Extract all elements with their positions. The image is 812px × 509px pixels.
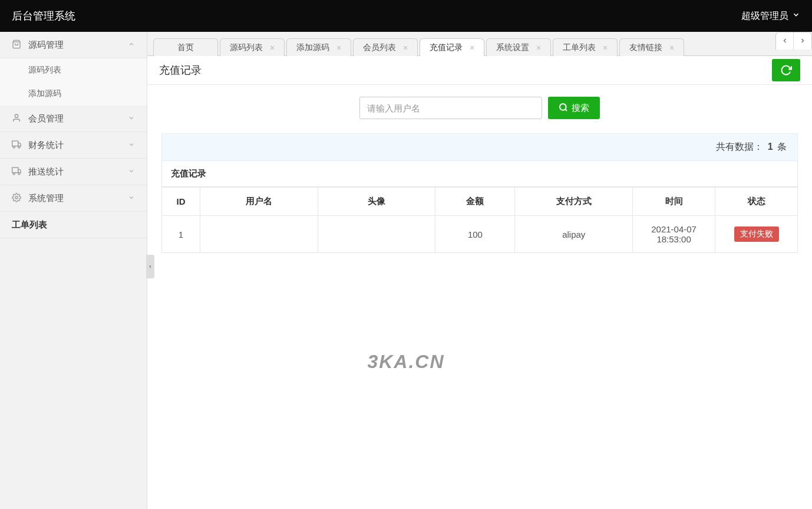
summary-prefix: 共有数据： bbox=[716, 142, 763, 152]
svg-point-10 bbox=[15, 196, 18, 199]
status-badge: 支付失败 bbox=[734, 226, 779, 242]
svg-point-8 bbox=[13, 172, 15, 174]
tabs-nav bbox=[775, 32, 812, 50]
tab-ticket-list[interactable]: 工单列表 × bbox=[553, 38, 618, 56]
close-icon[interactable]: × bbox=[403, 43, 408, 52]
cell-id: 1 bbox=[162, 216, 200, 253]
th-username: 用户名 bbox=[200, 188, 318, 216]
close-icon[interactable]: × bbox=[336, 43, 341, 52]
search-input[interactable] bbox=[359, 97, 542, 119]
content-area: 搜索 共有数据： 1 条 充值记录 ID 用户名 头像 金额 支付方式 时间 状… bbox=[147, 85, 812, 509]
sidebar-collapse-handle[interactable] bbox=[146, 255, 154, 278]
tab-source-list[interactable]: 源码列表 × bbox=[220, 38, 285, 56]
cell-amount: 100 bbox=[435, 216, 515, 253]
user-menu[interactable]: 超级管理员 bbox=[741, 10, 800, 22]
table-header-row: ID 用户名 头像 金额 支付方式 时间 状态 bbox=[162, 188, 798, 216]
sidebar-sub-label: 添加源码 bbox=[28, 88, 61, 99]
th-amount: 金额 bbox=[435, 188, 515, 216]
tab-label: 会员列表 bbox=[363, 42, 396, 53]
sidebar-sub-label: 源码列表 bbox=[28, 65, 61, 75]
tab-home[interactable]: 首页 bbox=[153, 38, 218, 56]
sidebar-item-ticket[interactable]: 工单列表 bbox=[0, 212, 147, 238]
tab-member-list[interactable]: 会员列表 × bbox=[353, 38, 418, 56]
tab-system-settings[interactable]: 系统设置 × bbox=[486, 38, 551, 56]
gear-icon bbox=[12, 193, 22, 204]
main-area: 首页 源码列表 × 添加源码 × 会员列表 × 充值记录 × 系统设置 × 工单… bbox=[147, 32, 812, 509]
close-icon[interactable]: × bbox=[536, 43, 541, 52]
chevron-up-icon bbox=[128, 41, 135, 50]
th-time: 时间 bbox=[633, 188, 715, 216]
svg-rect-2 bbox=[12, 141, 18, 146]
sidebar-sub-add-source[interactable]: 添加源码 bbox=[0, 82, 147, 106]
chevron-down-icon bbox=[792, 11, 800, 21]
data-table: ID 用户名 头像 金额 支付方式 时间 状态 1 100 alipay 202… bbox=[161, 187, 798, 253]
tabs-scroll-right-button[interactable] bbox=[794, 32, 811, 50]
sidebar-item-finance[interactable]: 财务统计 bbox=[0, 132, 147, 159]
cell-time: 2021-04-07 18:53:00 bbox=[633, 216, 715, 253]
tab-friend-links[interactable]: 友情链接 × bbox=[619, 38, 684, 56]
search-row: 搜索 bbox=[161, 97, 798, 119]
tabs-scroll-left-button[interactable] bbox=[776, 32, 794, 50]
th-id: ID bbox=[162, 188, 200, 216]
sidebar-item-label: 源码管理 bbox=[28, 40, 128, 51]
sidebar-sub-source-list[interactable]: 源码列表 bbox=[0, 58, 147, 82]
panel-title: 充值记录 bbox=[161, 161, 798, 187]
search-button-label: 搜索 bbox=[572, 103, 589, 114]
truck-icon bbox=[12, 140, 22, 151]
tab-label: 首页 bbox=[177, 42, 194, 53]
close-icon[interactable]: × bbox=[669, 43, 674, 52]
sidebar: 源码管理 源码列表 添加源码 会员管理 财务统计 推送统计 bbox=[0, 32, 147, 509]
th-avatar: 头像 bbox=[318, 188, 435, 216]
close-icon[interactable]: × bbox=[270, 43, 275, 52]
th-status: 状态 bbox=[715, 188, 798, 216]
chevron-down-icon bbox=[128, 141, 135, 150]
cell-avatar bbox=[318, 216, 435, 253]
app-title: 后台管理系统 bbox=[12, 9, 75, 23]
table-row: 1 100 alipay 2021-04-07 18:53:00 支付失败 bbox=[162, 216, 798, 253]
refresh-button[interactable] bbox=[772, 59, 800, 81]
user-label: 超级管理员 bbox=[741, 10, 788, 22]
summary-count: 1 bbox=[768, 142, 773, 152]
chevron-down-icon bbox=[128, 114, 135, 123]
summary-suffix: 条 bbox=[777, 142, 787, 152]
search-icon bbox=[559, 103, 568, 114]
th-paymethod: 支付方式 bbox=[515, 188, 633, 216]
sidebar-item-label: 工单列表 bbox=[12, 219, 47, 231]
cell-status: 支付失败 bbox=[715, 216, 798, 253]
sidebar-item-label: 推送统计 bbox=[28, 166, 128, 178]
tab-label: 友情链接 bbox=[629, 42, 662, 53]
svg-point-5 bbox=[18, 146, 20, 147]
chevron-down-icon bbox=[128, 194, 135, 203]
svg-point-11 bbox=[560, 104, 566, 110]
tab-label: 系统设置 bbox=[496, 42, 529, 53]
cell-paymethod: alipay bbox=[515, 216, 633, 253]
user-icon bbox=[12, 113, 22, 124]
bag-icon bbox=[12, 40, 22, 51]
svg-point-1 bbox=[15, 114, 18, 117]
top-header: 后台管理系统 超级管理员 bbox=[0, 0, 812, 32]
tab-recharge-record[interactable]: 充值记录 × bbox=[420, 38, 484, 56]
svg-point-4 bbox=[13, 146, 15, 147]
data-summary: 共有数据： 1 条 bbox=[161, 133, 798, 161]
sidebar-item-system[interactable]: 系统管理 bbox=[0, 185, 147, 212]
page-title: 充值记录 bbox=[159, 63, 202, 77]
sidebar-item-member[interactable]: 会员管理 bbox=[0, 106, 147, 132]
sidebar-item-label: 财务统计 bbox=[28, 140, 128, 151]
page-header: 充值记录 bbox=[147, 55, 812, 85]
tab-label: 充值记录 bbox=[430, 42, 463, 53]
close-icon[interactable]: × bbox=[603, 43, 608, 52]
truck-icon bbox=[12, 166, 22, 178]
svg-line-12 bbox=[565, 109, 567, 111]
tab-label: 添加源码 bbox=[296, 42, 329, 53]
tab-label: 源码列表 bbox=[230, 42, 263, 53]
svg-marker-7 bbox=[18, 169, 21, 172]
close-icon[interactable]: × bbox=[470, 43, 474, 52]
sidebar-item-label: 会员管理 bbox=[28, 113, 128, 124]
sidebar-item-push[interactable]: 推送统计 bbox=[0, 159, 147, 185]
svg-point-9 bbox=[18, 172, 20, 174]
search-button[interactable]: 搜索 bbox=[548, 97, 600, 119]
sidebar-item-label: 系统管理 bbox=[28, 193, 128, 204]
sidebar-item-source[interactable]: 源码管理 bbox=[0, 32, 147, 58]
tab-add-source[interactable]: 添加源码 × bbox=[286, 38, 351, 56]
svg-rect-6 bbox=[12, 168, 18, 173]
